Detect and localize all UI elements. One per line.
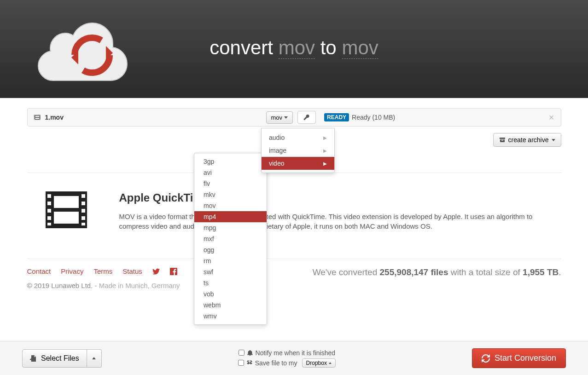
file-row: 1.mov mov READY Ready (10 MB) × <box>27 108 561 127</box>
footer-link-contact[interactable]: Contact <box>27 267 51 275</box>
footer-link-status[interactable]: Status <box>122 267 142 275</box>
svg-rect-13 <box>500 139 505 142</box>
settings-button[interactable] <box>297 111 316 124</box>
svg-rect-1 <box>34 115 41 120</box>
footer-links: Contact Privacy Terms Status <box>27 267 180 275</box>
ready-badge: READY <box>324 113 349 121</box>
format-dropdown-button[interactable]: mov <box>266 111 293 124</box>
svg-rect-5 <box>34 116 35 117</box>
footer-link-terms[interactable]: Terms <box>93 267 112 275</box>
chevron-down-icon <box>284 116 288 119</box>
ready-text: Ready (10 MB) <box>352 114 395 121</box>
stats-text: We've converted 255,908,147 files with a… <box>313 267 561 277</box>
format-item-ogg[interactable]: ogg <box>194 244 267 255</box>
svg-rect-8 <box>40 115 40 116</box>
format-item-mpg[interactable]: mpg <box>194 222 267 233</box>
copyright: © 2019 Lunaweb Ltd. - Made in Munich, Ge… <box>27 282 180 289</box>
format-item-flv[interactable]: flv <box>194 178 267 189</box>
header: convert mov to mov <box>0 0 588 98</box>
to-format[interactable]: mov <box>342 37 378 59</box>
from-format[interactable]: mov <box>279 37 315 59</box>
svg-rect-21 <box>47 216 51 220</box>
film-icon <box>34 114 41 121</box>
description-body: MOV is a video format that is commonly a… <box>119 212 561 231</box>
format-item-mov[interactable]: mov <box>194 200 267 211</box>
film-large-icon <box>46 191 87 228</box>
format-item-ts[interactable]: ts <box>194 277 267 288</box>
svg-rect-26 <box>82 216 85 220</box>
svg-rect-18 <box>47 194 51 198</box>
format-item-swf[interactable]: swf <box>194 266 267 277</box>
category-menu: audio▶image▶video▶ <box>261 128 335 173</box>
format-item-avi[interactable]: avi <box>194 167 267 178</box>
format-item-mp4[interactable]: mp4 <box>194 211 267 222</box>
archive-label: create archive <box>508 136 549 144</box>
file-name: 1.mov <box>45 114 64 121</box>
title-prefix: convert <box>210 37 278 58</box>
format-item-rm[interactable]: rm <box>194 255 267 266</box>
svg-rect-20 <box>47 209 51 213</box>
close-icon[interactable]: × <box>549 112 554 123</box>
format-item-mxf[interactable]: mxf <box>194 233 267 244</box>
chevron-down-icon <box>552 139 555 141</box>
svg-rect-23 <box>82 194 85 198</box>
svg-rect-4 <box>34 115 35 116</box>
svg-rect-22 <box>47 223 51 225</box>
archive-icon <box>499 137 506 143</box>
wrench-icon <box>303 114 310 121</box>
svg-rect-11 <box>40 119 40 120</box>
svg-rect-19 <box>47 202 51 205</box>
description-title: Apple QuickTime Movie <box>119 191 561 204</box>
facebook-icon[interactable] <box>170 268 177 275</box>
svg-rect-24 <box>82 202 85 205</box>
logo-cloud-icon <box>30 12 134 85</box>
twitter-icon[interactable] <box>152 268 160 275</box>
svg-rect-27 <box>82 223 85 225</box>
svg-rect-6 <box>34 118 35 118</box>
format-item-mkv[interactable]: mkv <box>194 189 267 200</box>
svg-rect-16 <box>54 196 79 208</box>
page-title: convert mov to mov <box>210 37 378 59</box>
svg-rect-12 <box>500 138 505 139</box>
format-dropdown-label: mov <box>271 114 283 121</box>
format-item-3gp[interactable]: 3gp <box>194 156 267 167</box>
description-block: Apple QuickTime Movie MOV is a video for… <box>27 173 561 231</box>
format-item-vob[interactable]: vob <box>194 288 267 289</box>
svg-rect-2 <box>35 116 39 117</box>
svg-rect-7 <box>34 119 35 120</box>
category-item-audio[interactable]: audio▶ <box>262 131 334 144</box>
svg-rect-10 <box>40 118 40 118</box>
title-mid: to <box>315 37 342 58</box>
footer-link-privacy[interactable]: Privacy <box>61 267 83 275</box>
format-menu: 3gpaviflvmkvmovmp4mpgmxfoggrmswftsvobweb… <box>194 153 267 289</box>
category-item-video[interactable]: video▶ <box>262 157 334 170</box>
footer: Contact Privacy Terms Status © 2019 Luna… <box>27 259 561 289</box>
svg-rect-17 <box>54 212 79 224</box>
create-archive-button[interactable]: create archive <box>493 133 561 147</box>
svg-rect-25 <box>82 209 85 213</box>
category-item-image[interactable]: image▶ <box>262 144 334 157</box>
svg-rect-3 <box>35 118 39 119</box>
svg-rect-9 <box>40 116 40 117</box>
svg-rect-14 <box>501 140 503 141</box>
